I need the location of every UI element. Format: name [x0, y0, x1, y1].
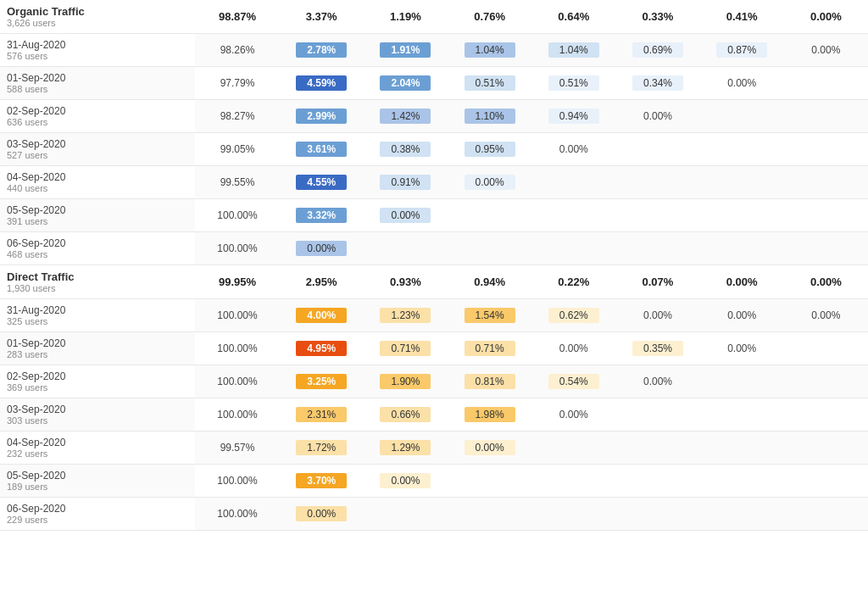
data-cell: 2.04% [364, 67, 448, 100]
summary-cell: 0.94% [448, 265, 531, 299]
row-date: 02-Sep-2020 [7, 105, 188, 117]
summary-cell: 3.37% [280, 0, 364, 34]
data-cell: 0.00% [700, 67, 784, 100]
data-cell [700, 199, 784, 232]
data-cell: 0.00% [280, 498, 364, 531]
data-cell: 3.32% [280, 199, 364, 232]
data-cell: 99.57% [195, 432, 279, 465]
data-cell: 0.00% [784, 299, 868, 332]
row-users: 303 users [7, 415, 188, 426]
data-cell [615, 432, 699, 465]
data-cell: 0.00% [615, 299, 699, 332]
data-cell [364, 232, 448, 265]
data-cell: 100.00% [195, 199, 279, 232]
data-cell: 97.79% [195, 67, 279, 100]
row-users: 391 users [7, 216, 188, 226]
data-cell [531, 199, 615, 232]
data-cell: 1.29% [364, 432, 448, 465]
row-users: 283 users [7, 349, 188, 359]
row-users: 369 users [7, 382, 188, 393]
data-cell: 0.00% [364, 199, 448, 232]
data-cell [531, 232, 615, 265]
data-cell [615, 398, 699, 432]
data-cell: 0.51% [531, 67, 615, 100]
row-date: 03-Sep-2020 [7, 404, 188, 415]
data-cell: 1.10% [448, 100, 531, 133]
data-cell [615, 232, 699, 265]
data-cell: 0.69% [615, 34, 699, 67]
data-cell [700, 232, 784, 265]
data-cell [784, 67, 868, 100]
data-cell: 0.00% [280, 232, 364, 265]
row-users: 229 users [7, 515, 188, 525]
data-cell: 0.00% [531, 398, 615, 432]
data-cell [784, 100, 868, 133]
data-cell: 1.72% [280, 432, 364, 465]
data-cell [784, 432, 868, 465]
summary-cell: 98.87% [195, 0, 279, 34]
row-users: 588 users [7, 84, 188, 94]
data-cell: 99.55% [195, 166, 279, 199]
data-cell: 100.00% [195, 232, 279, 265]
data-cell: 100.00% [195, 365, 279, 398]
summary-cell: 0.07% [615, 265, 699, 299]
summary-cell: 0.41% [700, 0, 784, 34]
data-cell [784, 498, 868, 531]
data-cell [531, 465, 615, 498]
data-cell [784, 232, 868, 265]
data-cell [784, 133, 868, 166]
row-date: 04-Sep-2020 [7, 437, 188, 448]
data-cell: 0.00% [448, 166, 531, 199]
data-cell [448, 498, 531, 531]
data-cell: 0.66% [364, 398, 448, 432]
row-users: 325 users [7, 316, 188, 326]
data-cell: 0.91% [364, 166, 448, 199]
data-cell: 0.00% [784, 34, 868, 67]
data-cell: 100.00% [195, 498, 279, 531]
data-cell: 100.00% [195, 299, 279, 332]
data-cell: 0.00% [615, 100, 699, 133]
data-cell: 4.55% [280, 166, 364, 199]
data-cell: 0.95% [448, 133, 531, 166]
row-date: 02-Sep-2020 [7, 370, 188, 382]
data-cell: 3.25% [280, 365, 364, 398]
data-cell [615, 465, 699, 498]
summary-cell: 0.76% [448, 0, 531, 34]
data-cell: 1.04% [448, 34, 531, 67]
cohort-table: Organic Traffic3,626 users98.87%3.37%1.1… [0, 0, 868, 531]
data-cell: 0.38% [364, 133, 448, 166]
data-cell: 0.00% [700, 299, 784, 332]
data-cell: 3.70% [280, 465, 364, 498]
data-cell: 0.35% [615, 332, 699, 365]
data-cell [700, 498, 784, 531]
summary-cell: 1.19% [364, 0, 448, 34]
data-cell: 4.59% [280, 67, 364, 100]
data-cell [448, 232, 531, 265]
data-cell [531, 432, 615, 465]
data-cell [700, 398, 784, 432]
data-cell: 1.23% [364, 299, 448, 332]
data-cell: 0.71% [364, 332, 448, 365]
row-date: 31-Aug-2020 [7, 39, 188, 51]
data-cell [700, 166, 784, 199]
data-cell: 2.78% [280, 34, 364, 67]
data-cell [784, 199, 868, 232]
data-cell: 0.87% [700, 34, 784, 67]
data-cell: 1.42% [364, 100, 448, 133]
data-cell: 0.00% [531, 332, 615, 365]
data-cell [615, 166, 699, 199]
data-cell: 0.00% [615, 365, 699, 398]
data-cell: 2.99% [280, 100, 364, 133]
section-title: Direct Traffic [7, 270, 188, 283]
data-cell [615, 133, 699, 166]
summary-cell: 0.00% [784, 0, 868, 34]
data-cell [531, 498, 615, 531]
data-cell [784, 332, 868, 365]
row-users: 636 users [7, 117, 188, 127]
row-date: 06-Sep-2020 [7, 237, 188, 249]
data-cell: 1.04% [531, 34, 615, 67]
row-date: 31-Aug-2020 [7, 304, 188, 316]
row-users: 232 users [7, 448, 188, 459]
data-cell: 100.00% [195, 465, 279, 498]
data-cell [784, 465, 868, 498]
